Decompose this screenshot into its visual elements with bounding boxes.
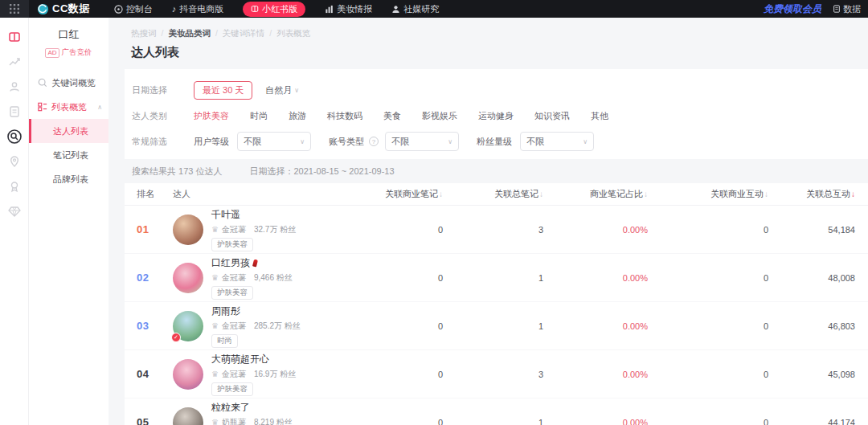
breadcrumb: 热搜词/ 美妆品类词/ 关键词详情/ 列表概览 xyxy=(131,28,868,39)
category-tech[interactable]: 科技数码 xyxy=(327,110,362,122)
page-title: 达人列表 xyxy=(131,45,868,60)
table-row: 03 ✓ 周雨彤 ♛ 金冠薯 285.2万 粉丝 时尚 0 1 0. xyxy=(125,302,868,350)
category-fashion[interactable]: 时尚 xyxy=(250,110,268,122)
influencer-info: 千叶遥 ♛ 金冠薯 32.7万 粉丝 护肤美容 xyxy=(211,208,296,251)
date-natural-month-option[interactable]: 自然月 ∨ xyxy=(265,84,299,96)
breadcrumb-keyword-detail[interactable]: 关键词详情 xyxy=(223,28,265,39)
table-row: 02 口红男孩 ♛ 金冠薯 9,466 粉丝 护肤美容 0 1 0 xyxy=(125,254,868,302)
fan-level-select[interactable]: 不限∨ xyxy=(520,132,594,151)
header-total-engagement[interactable]: 关联总互动↓ xyxy=(768,188,868,200)
free-vip-link[interactable]: 免费领取会员 xyxy=(764,2,821,16)
category-food[interactable]: 美食 xyxy=(383,110,401,122)
influencer-name[interactable]: 大萌萌超开心 xyxy=(211,353,296,366)
lipstick-icon xyxy=(252,259,258,267)
person-icon xyxy=(391,5,400,14)
rail-item-users[interactable] xyxy=(0,74,28,99)
category-tag: 时尚 xyxy=(211,334,238,348)
nav-social-research[interactable]: 社媒研究 xyxy=(391,3,439,15)
creator-badge-label: 金冠薯 xyxy=(222,224,246,235)
influencer-name[interactable]: 口红男孩 xyxy=(211,256,293,270)
influencer-info: 粒粒来了 ♛ 奶瓶薯 8,219 粉丝 其他 xyxy=(211,401,293,425)
followers-count: 285.2万 粉丝 xyxy=(254,321,301,332)
nav-xiaohongshu[interactable]: 小红书版 xyxy=(243,2,305,17)
category-tag: 护肤美容 xyxy=(211,382,253,396)
total-notes-value: 3 xyxy=(443,370,543,379)
biz-engagement-value: 0 xyxy=(648,321,768,331)
influencer-name[interactable]: 粒粒来了 xyxy=(211,401,293,415)
user-level-select[interactable]: 不限∨ xyxy=(237,132,311,151)
rail-item-location[interactable] xyxy=(0,149,28,174)
rail-item-keyword-search[interactable] xyxy=(0,124,28,149)
fan-level-label: 粉丝量级 xyxy=(477,136,512,148)
avatar[interactable] xyxy=(173,215,203,245)
total-engagement-value: 54,184 xyxy=(768,225,868,235)
biz-engagement-value: 0 xyxy=(648,370,768,379)
table-row: 01 千叶遥 ♛ 金冠薯 32.7万 粉丝 护肤美容 0 3 0. xyxy=(125,206,868,254)
avatar[interactable] xyxy=(173,359,203,390)
date-filter-row: 日期选择 最近 30 天 自然月 ∨ xyxy=(125,77,868,103)
category-knowledge[interactable]: 知识资讯 xyxy=(534,110,570,122)
creator-badge-icon: ♛ xyxy=(211,418,219,425)
avatar[interactable] xyxy=(173,263,203,293)
account-type-select[interactable]: 不限∨ xyxy=(385,132,459,151)
followers-count: 16.9万 粉丝 xyxy=(254,369,296,380)
nav-data-partial[interactable]: 数据 xyxy=(833,3,868,15)
general-filter-row: 常规筛选 用户等级 不限∨ 账号类型 ? 不限∨ 粉丝量级 不限∨ xyxy=(125,129,868,154)
logo[interactable]: CC数据 xyxy=(37,2,90,16)
main-content: 热搜词/ 美妆品类词/ 关键词详情/ 列表概览 达人列表 日期选择 最近 30 … xyxy=(108,18,868,425)
header-biz-notes[interactable]: 关联商业笔记↓ xyxy=(346,188,443,200)
category-filter-row: 达人类别 护肤美容 时尚 旅游 科技数码 美食 影视娱乐 运动健身 知识资讯 其… xyxy=(125,103,868,129)
rail-item-notes[interactable] xyxy=(0,99,28,124)
breadcrumb-hot-words[interactable]: 热搜词 xyxy=(131,28,157,39)
header-biz-ratio[interactable]: 商业笔记占比↓ xyxy=(543,188,648,200)
category-travel[interactable]: 旅游 xyxy=(289,110,306,122)
category-skincare[interactable]: 护肤美容 xyxy=(194,110,229,122)
sidebar-item-note-list[interactable]: 笔记列表 xyxy=(29,143,108,167)
rail-item-medal[interactable] xyxy=(0,174,28,198)
ad-bid-line[interactable]: AD 广告竞价 xyxy=(29,47,108,58)
trend-icon xyxy=(8,55,21,68)
rail-item-gem[interactable] xyxy=(0,198,28,223)
influencer-info: 大萌萌超开心 ♛ 金冠薯 16.9万 粉丝 护肤美容 xyxy=(211,353,296,396)
category-tag: 护肤美容 xyxy=(211,286,253,300)
category-options: 护肤美容 时尚 旅游 科技数码 美食 影视娱乐 运动健身 知识资讯 其他 xyxy=(194,110,608,122)
influencer-name[interactable]: 千叶遥 xyxy=(211,208,296,222)
topbar-right: 免费领取会员 数据 xyxy=(764,2,868,16)
app-grid-button[interactable] xyxy=(0,0,29,18)
header-total-notes[interactable]: 关联总笔记↓ xyxy=(443,188,543,200)
breadcrumb-list-overview[interactable]: 列表概览 xyxy=(276,28,310,39)
top-navigation: 控制台 ♪ 抖音电商版 小红书版 美妆情报 社媒研究 xyxy=(114,2,440,17)
breadcrumb-beauty-category[interactable]: 美妆品类词 xyxy=(168,28,211,39)
nav-console[interactable]: 控制台 xyxy=(114,3,153,15)
category-other[interactable]: 其他 xyxy=(591,110,608,122)
category-entertainment[interactable]: 影视娱乐 xyxy=(422,110,457,122)
avatar[interactable]: ✓ xyxy=(173,311,203,341)
results-count-text: 搜索结果共 173 位达人 xyxy=(132,166,222,178)
total-notes-value: 1 xyxy=(443,273,543,283)
sidebar-item-influencer-list[interactable]: 达人列表 xyxy=(29,119,108,143)
creator-badge-icon: ♛ xyxy=(211,321,219,330)
icon-rail xyxy=(0,18,29,425)
bar-chart-icon xyxy=(325,5,334,14)
sidebar-item-list-overview[interactable]: 列表概览 ∧ xyxy=(29,95,108,119)
sidebar-item-keyword-overview[interactable]: 关键词概览 xyxy=(29,71,108,95)
nav-beauty-intel[interactable]: 美妆情报 xyxy=(325,3,372,15)
help-icon[interactable]: ? xyxy=(369,137,379,146)
topbar: CC数据 控制台 ♪ 抖音电商版 小红书版 美妆情报 社媒研究 免费领取会员 数… xyxy=(0,0,868,18)
rail-item-trend[interactable] xyxy=(0,49,28,74)
influencer-name[interactable]: 周雨彤 xyxy=(211,304,301,318)
date-last-30-days-option[interactable]: 最近 30 天 xyxy=(194,81,252,100)
rail-item-xiaohongshu[interactable] xyxy=(0,24,28,49)
header-biz-engagement[interactable]: 关联商业互动↓ xyxy=(648,188,768,200)
logo-text: CC数据 xyxy=(52,2,90,16)
table-row: 05 粒粒来了 ♛ 奶瓶薯 8,219 粉丝 其他 0 1 0.0 xyxy=(125,398,868,425)
category-fitness[interactable]: 运动健身 xyxy=(478,110,514,122)
creator-badge-icon: ♛ xyxy=(211,273,219,282)
total-notes-value: 1 xyxy=(443,321,543,331)
filter-card: 日期选择 最近 30 天 自然月 ∨ 达人类别 护肤美容 时尚 旅游 科技数码 … xyxy=(125,69,868,159)
avatar[interactable] xyxy=(173,407,203,425)
nav-douyin-ecommerce[interactable]: ♪ 抖音电商版 xyxy=(172,3,224,15)
user-level-label: 用户等级 xyxy=(194,136,229,148)
pin-icon xyxy=(8,155,21,168)
sidebar-item-brand-list[interactable]: 品牌列表 xyxy=(29,167,108,191)
